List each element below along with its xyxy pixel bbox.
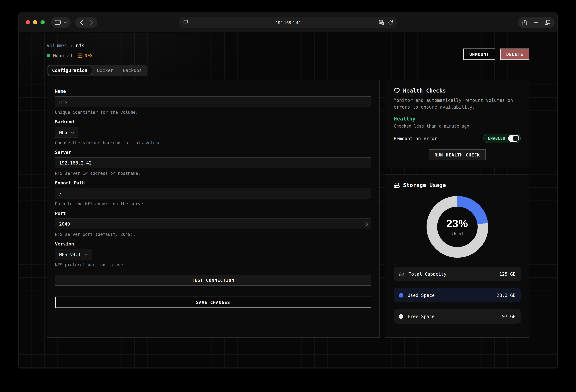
breadcrumb-current: nfs bbox=[76, 43, 85, 49]
name-label: Name bbox=[55, 89, 371, 94]
total-capacity-value: 125 GB bbox=[499, 271, 516, 277]
server-label: Server bbox=[55, 150, 371, 155]
toggle-knob bbox=[508, 135, 519, 142]
field-export-path: Export Path Path to the NFS export on th… bbox=[55, 180, 371, 206]
toolbar-right-buttons bbox=[518, 17, 555, 28]
new-tab-icon[interactable] bbox=[534, 20, 538, 25]
storage-used-percent: 23% bbox=[446, 218, 468, 230]
free-space-legend-dot bbox=[399, 314, 403, 319]
translate-icon[interactable]: A x bbox=[379, 20, 385, 25]
remount-on-error-label: Remount on error bbox=[394, 136, 437, 141]
version-label: Version bbox=[55, 241, 371, 247]
share-icon[interactable] bbox=[522, 19, 527, 26]
save-changes-button[interactable]: SAVE CHANGES bbox=[55, 297, 371, 308]
health-checks-description: Monitor and automatically remount volume… bbox=[394, 97, 521, 111]
version-select[interactable]: NFS v4.1 bbox=[55, 249, 92, 260]
close-window-button[interactable] bbox=[26, 20, 30, 25]
tab-backups[interactable]: Backups bbox=[118, 66, 146, 75]
backend-badge: NFS bbox=[78, 53, 93, 58]
breadcrumb: Volumes › nfs bbox=[47, 43, 529, 49]
storage-usage-card: Storage Usage 23% Used bbox=[385, 174, 529, 338]
delete-button[interactable]: DELETE bbox=[500, 49, 529, 60]
version-helper: NFS protocol version to use. bbox=[55, 262, 371, 267]
backend-label: Backend bbox=[55, 119, 371, 124]
name-input[interactable] bbox=[55, 96, 371, 107]
total-capacity-row: Total Capacity 125 GB bbox=[394, 267, 521, 281]
sidebar-toggle-button[interactable] bbox=[51, 17, 71, 28]
traffic-lights bbox=[26, 20, 45, 25]
sidebar-icon bbox=[55, 20, 61, 25]
page-content: Volumes › nfs Mounted NFS bbox=[19, 33, 557, 368]
address-bar[interactable]: 192.168.2.42 A x bbox=[179, 17, 397, 28]
export-path-label: Export Path bbox=[55, 180, 371, 185]
unmount-button[interactable]: UNMOUNT bbox=[463, 49, 495, 60]
storage-used-sublabel: Used bbox=[452, 231, 463, 236]
test-connection-button[interactable]: TEST CONNECTION bbox=[55, 275, 371, 286]
port-helper: NFS server port (default: 2049). bbox=[55, 232, 371, 237]
hard-drive-icon bbox=[394, 182, 400, 188]
forward-button[interactable] bbox=[86, 18, 96, 27]
minimize-window-button[interactable] bbox=[33, 20, 37, 25]
url-text: 192.168.2.42 bbox=[179, 20, 397, 25]
browser-window: 192.168.2.42 A x bbox=[18, 12, 558, 369]
breadcrumb-separator: › bbox=[70, 43, 73, 48]
breadcrumb-volumes-link[interactable]: Volumes bbox=[47, 43, 67, 49]
used-space-row: Used Space 28.3 GB bbox=[394, 288, 521, 302]
health-checks-card: Health Checks Monitor and automatically … bbox=[385, 80, 529, 168]
server-stack-icon bbox=[78, 53, 83, 58]
remount-on-error-row: Remount on error ENABLED bbox=[394, 134, 521, 143]
storage-donut-chart: 23% Used bbox=[426, 196, 488, 258]
zoom-window-button[interactable] bbox=[40, 20, 45, 25]
back-button[interactable] bbox=[77, 18, 86, 27]
tab-bar: Configuration Docker Backups bbox=[47, 65, 147, 76]
volume-status-row: Mounted NFS bbox=[47, 53, 529, 58]
free-space-label: Free Space bbox=[407, 314, 435, 319]
export-path-input[interactable] bbox=[55, 188, 371, 199]
version-select-value: NFS v4.1 bbox=[59, 252, 81, 257]
health-status-text: Healthy bbox=[394, 116, 521, 122]
tab-docker[interactable]: Docker bbox=[92, 66, 118, 75]
backend-badge-label: NFS bbox=[85, 53, 93, 58]
free-space-row: Free Space 97 GB bbox=[394, 309, 521, 324]
storage-stats: Total Capacity 125 GB Used Space 28.3 GB… bbox=[394, 267, 521, 324]
field-port: Port NFS server port (default: 2049). bbox=[55, 211, 371, 237]
server-helper: NFS server IP address or hostname. bbox=[55, 171, 371, 176]
volume-actions: UNMOUNT DELETE bbox=[463, 49, 529, 60]
server-input[interactable] bbox=[55, 157, 371, 168]
tab-configuration[interactable]: Configuration bbox=[48, 66, 92, 75]
health-last-checked: Checked less than a minute ago bbox=[394, 124, 521, 129]
field-name: Name Unique identifier for the volume. bbox=[55, 89, 371, 115]
mounted-status-dot bbox=[47, 54, 50, 57]
backend-select-value: NFS bbox=[59, 130, 67, 135]
hard-drive-icon bbox=[399, 272, 404, 276]
field-server: Server NFS server IP address or hostname… bbox=[55, 150, 371, 176]
remount-toggle[interactable]: ENABLED bbox=[483, 134, 521, 143]
backend-helper: Choose the storage backend for this volu… bbox=[55, 140, 371, 145]
nav-buttons bbox=[75, 17, 97, 28]
remount-toggle-label: ENABLED bbox=[488, 136, 505, 140]
port-stepper-icon[interactable] bbox=[365, 222, 368, 226]
browser-toolbar: 192.168.2.42 A x bbox=[19, 12, 557, 33]
field-backend: Backend NFS Choose the storage backend f… bbox=[55, 119, 371, 145]
name-helper: Unique identifier for the volume. bbox=[55, 110, 371, 115]
used-space-label: Used Space bbox=[407, 293, 435, 298]
health-checks-title: Health Checks bbox=[403, 87, 446, 94]
configuration-card: Name Unique identifier for the volume. B… bbox=[47, 80, 380, 338]
run-health-check-button[interactable]: RUN HEALTH CHECK bbox=[429, 149, 486, 160]
storage-usage-title: Storage Usage bbox=[403, 182, 446, 188]
svg-text:x: x bbox=[382, 22, 383, 25]
export-path-helper: Path to the NFS export on the server. bbox=[55, 201, 371, 206]
tab-overview-icon[interactable] bbox=[545, 20, 550, 25]
total-capacity-label: Total Capacity bbox=[408, 271, 446, 277]
used-space-value: 28.3 GB bbox=[497, 293, 516, 298]
reload-icon[interactable] bbox=[388, 20, 393, 25]
port-label: Port bbox=[55, 211, 371, 216]
free-space-value: 97 GB bbox=[502, 314, 516, 319]
mounted-status-label: Mounted bbox=[53, 53, 72, 58]
used-space-legend-dot bbox=[399, 293, 403, 297]
chevron-down-icon bbox=[71, 131, 74, 134]
screen: 192.168.2.42 A x bbox=[0, 0, 576, 392]
backend-select[interactable]: NFS bbox=[55, 127, 79, 138]
port-input[interactable] bbox=[55, 219, 371, 229]
heart-icon bbox=[394, 88, 400, 93]
